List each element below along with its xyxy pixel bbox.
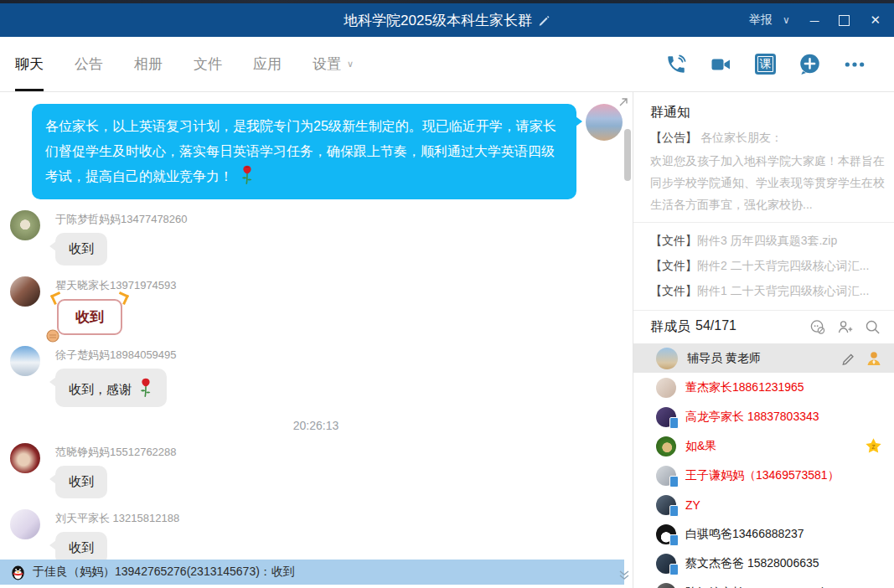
member-name: 辅导员 黄老师 bbox=[687, 351, 761, 366]
avatar[interactable] bbox=[10, 509, 40, 539]
mute-member-icon[interactable] bbox=[809, 319, 825, 335]
member-row[interactable]: 陈钰婷家长-13893897925/1871987 bbox=[633, 578, 894, 588]
star-badge-icon: z bbox=[865, 437, 882, 455]
member-name: 王子谦妈妈（13469573581） bbox=[685, 468, 840, 483]
more-icon[interactable] bbox=[844, 54, 866, 75]
banner-text: 于佳良（妈妈）13942765276(2313145673)：收到 bbox=[33, 565, 295, 580]
avatar bbox=[656, 378, 676, 398]
message: 范晓铮妈妈15512762288 收到 bbox=[10, 443, 633, 498]
tab-settings[interactable]: 设置∨ bbox=[313, 37, 354, 91]
member-row[interactable]: 白骐鸣爸13466888237 bbox=[633, 519, 894, 549]
add-member-icon[interactable] bbox=[837, 319, 853, 335]
edit-card-icon[interactable] bbox=[841, 351, 856, 366]
member-row[interactable]: 蔡文杰爸爸 15828006635 bbox=[633, 549, 894, 578]
report-button[interactable]: 举报 bbox=[749, 13, 773, 28]
members-title: 群成员 bbox=[650, 318, 690, 336]
outgoing-text: 各位家长，以上英语复习计划，是我院专门为25级新生制定的。现已临近开学，请家长们… bbox=[45, 119, 556, 183]
sender-name: 范晓铮妈妈15512762288 bbox=[55, 445, 177, 460]
class-icon[interactable]: 课 bbox=[755, 54, 776, 75]
file-item[interactable]: 【文件】附件1 二十天背完四级核心词汇... bbox=[650, 278, 891, 303]
mobile-online-badge bbox=[669, 417, 679, 429]
avatar[interactable] bbox=[10, 443, 40, 473]
member-row[interactable]: 如&果 z bbox=[633, 431, 894, 461]
sender-name: 徐子楚妈妈18984059495 bbox=[55, 348, 177, 363]
timestamp: 20:26:13 bbox=[10, 419, 622, 432]
tab-album[interactable]: 相册 bbox=[134, 37, 163, 91]
message: 于陈梦哲妈妈13477478260 收到 bbox=[10, 210, 633, 266]
member-row[interactable]: 高龙亭家长 18837803343 bbox=[633, 402, 894, 431]
minimize-button[interactable]: ─ bbox=[810, 13, 819, 28]
avatar bbox=[656, 554, 676, 574]
add-icon[interactable] bbox=[798, 53, 821, 75]
tab-announcement[interactable]: 公告 bbox=[75, 37, 103, 91]
edit-title-icon[interactable] bbox=[538, 14, 550, 27]
member-name: ZY bbox=[685, 498, 700, 512]
member-name: 白骐鸣爸13466888237 bbox=[685, 527, 804, 542]
chat-scrollbar[interactable] bbox=[624, 129, 631, 181]
group-files-panel: 【文件】附件3 历年四级真题3套.zip 【文件】附件2 二十天背完四级核心词汇… bbox=[633, 223, 894, 311]
member-row-coach[interactable]: 辅导员 黄老师 bbox=[633, 343, 894, 373]
member-name: 陈钰婷家长-13893897925/1871987 bbox=[685, 585, 869, 588]
jump-to-latest-icon[interactable] bbox=[618, 570, 630, 580]
sender-name: 刘天平家长 13215812188 bbox=[55, 511, 179, 526]
message: 徐子楚妈妈18984059495 收到，感谢 bbox=[10, 346, 633, 407]
group-notice-panel[interactable]: 群通知 【公告】 各位家长朋友： 欢迎您及孩子加入地科学院大家庭！本群旨在同步学… bbox=[633, 92, 894, 223]
sender-name: 瞿天晓家长13971974593 bbox=[55, 278, 177, 293]
mobile-online-badge bbox=[669, 505, 679, 517]
avatar bbox=[656, 583, 676, 588]
mobile-online-badge bbox=[669, 564, 679, 575]
maximize-button[interactable] bbox=[839, 15, 850, 26]
member-name: 蔡文杰爸爸 15828006635 bbox=[685, 556, 819, 571]
members-count: 54/171 bbox=[695, 318, 736, 336]
avatar bbox=[656, 466, 676, 486]
message: 刘天平家长 13215812188 收到 bbox=[10, 509, 633, 565]
new-message-banner[interactable]: 于佳良（妈妈）13942765276(2313145673)：收到 bbox=[0, 560, 624, 585]
qq-group-chat-window: 地科学院2025级本科生家长群 举报 ∨ ─ ✕ 聊天 公告 相册 文件 应用 … bbox=[0, 0, 894, 588]
tab-files[interactable]: 文件 bbox=[194, 37, 222, 91]
avatar bbox=[656, 495, 676, 515]
member-row[interactable]: 董杰家长18861231965 bbox=[633, 373, 894, 402]
file-item[interactable]: 【文件】附件2 二十天背完四级核心词汇... bbox=[650, 253, 891, 278]
announcement-body: 欢迎您及孩子加入地科学院大家庭！本群旨在同步学校学院通知、学业表现等贯穿学生在校… bbox=[650, 150, 891, 215]
file-item[interactable]: 【文件】附件3 历年四级真题3套.zip bbox=[650, 228, 891, 253]
mobile-online-badge bbox=[669, 534, 679, 546]
avatar[interactable] bbox=[10, 346, 40, 376]
tabbar: 聊天 公告 相册 文件 应用 设置∨ 课 bbox=[0, 37, 894, 92]
close-button[interactable]: ✕ bbox=[870, 13, 881, 28]
message-bubble: 收到 bbox=[55, 466, 107, 498]
outgoing-bubble: 各位家长，以上英语复习计划，是我院专门为25级新生制定的。现已临近开学，请家长们… bbox=[32, 104, 576, 199]
member-row[interactable]: ZY bbox=[633, 490, 894, 519]
online-status-icon bbox=[866, 350, 882, 367]
announcement-greeting: 各位家长朋友： bbox=[700, 131, 783, 144]
avatar[interactable] bbox=[586, 104, 623, 141]
avatar bbox=[656, 436, 676, 456]
chevron-down-icon[interactable]: ∨ bbox=[783, 14, 790, 26]
group-notice-title: 群通知 bbox=[650, 104, 882, 121]
titlebar: 地科学院2025级本科生家长群 举报 ∨ ─ ✕ bbox=[0, 3, 894, 37]
avatar[interactable] bbox=[10, 210, 40, 240]
chevron-down-icon: ∨ bbox=[347, 59, 354, 70]
message-bubble: 收到，感谢 bbox=[55, 369, 167, 407]
sticker-message: 收到 bbox=[57, 299, 122, 335]
member-name: 高龙亭家长 18837803343 bbox=[685, 410, 819, 425]
member-name: 如&果 bbox=[685, 439, 716, 454]
fist-emoji bbox=[45, 328, 60, 343]
window-title: 地科学院2025级本科生家长群 bbox=[344, 11, 532, 30]
video-call-icon[interactable] bbox=[710, 54, 732, 75]
avatar[interactable] bbox=[10, 276, 40, 307]
tab-apps[interactable]: 应用 bbox=[253, 37, 282, 91]
sidebar: 群通知 【公告】 各位家长朋友： 欢迎您及孩子加入地科学院大家庭！本群旨在同步学… bbox=[633, 92, 894, 588]
chat-area: 各位家长，以上英语复习计划，是我院专门为25级新生制定的。现已临近开学，请家长们… bbox=[0, 92, 633, 588]
outgoing-message: 各位家长，以上英语复习计划，是我院专门为25级新生制定的。现已临近开学，请家长们… bbox=[10, 104, 633, 199]
members-header: 群成员 54/171 bbox=[633, 311, 894, 343]
rose-emoji bbox=[138, 377, 153, 399]
announcement-tag: 【公告】 bbox=[650, 131, 697, 144]
search-icon[interactable] bbox=[865, 319, 881, 335]
voice-call-icon[interactable] bbox=[665, 54, 687, 75]
member-row[interactable]: 王子谦妈妈（13469573581） bbox=[633, 461, 894, 490]
avatar bbox=[656, 348, 678, 369]
svg-text:z: z bbox=[871, 442, 876, 451]
avatar bbox=[656, 407, 676, 427]
tab-chat[interactable]: 聊天 bbox=[15, 37, 44, 91]
collapse-sidebar-icon[interactable] bbox=[618, 96, 629, 108]
